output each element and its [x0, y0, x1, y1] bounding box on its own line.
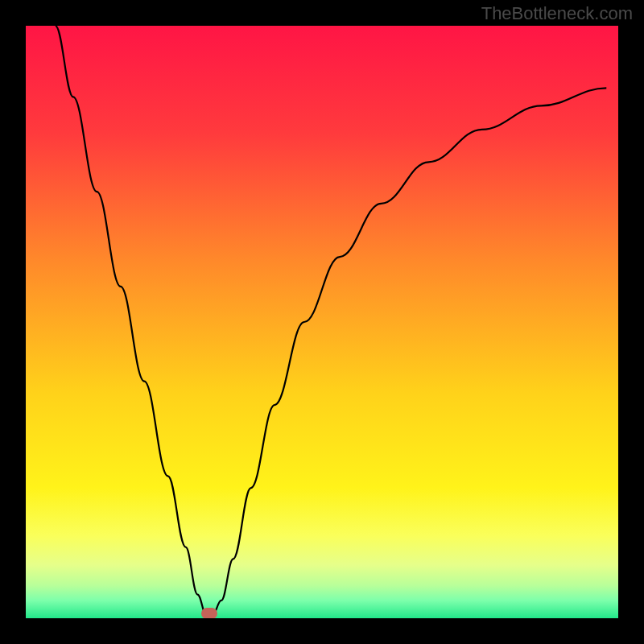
optimal-marker	[201, 608, 217, 618]
gradient-background	[26, 26, 618, 618]
svg-rect-0	[26, 26, 618, 618]
watermark-text: TheBottleneck.com	[481, 3, 633, 24]
chart-plot-area	[26, 26, 618, 618]
